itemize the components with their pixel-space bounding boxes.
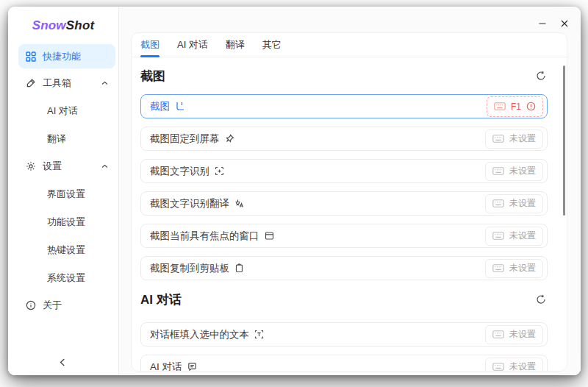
hotkey-value: F1 <box>511 102 521 112</box>
section-title: 截图 <box>140 68 165 85</box>
row-label-wrap: 截图文字识别 <box>150 165 224 178</box>
logo-shot: Shot <box>66 18 95 33</box>
row-label: 截图 <box>150 100 170 113</box>
sidebar-item-hotkey-settings[interactable]: 热键设置 <box>18 237 115 263</box>
sidebar: SnowShot 快捷功能 工具箱 <box>8 7 119 375</box>
minimize-button[interactable] <box>534 15 551 32</box>
hotkey-row-fill-selected-text[interactable]: 对话框填入选中的文本 <box>140 322 548 347</box>
hotkey-badge[interactable]: 未设置 <box>485 325 543 344</box>
sidebar-item-function-settings[interactable]: 功能设置 <box>18 209 115 235</box>
warning-circle-icon <box>526 102 536 111</box>
hotkey-row-ocr[interactable]: 截图文字识别 <box>140 159 548 183</box>
hotkey-rows-screenshot: 截图 <box>140 94 548 280</box>
pin-icon <box>225 134 234 143</box>
info-icon <box>26 300 36 310</box>
sidebar-item-ai-chat[interactable]: AI 对话 <box>18 98 115 124</box>
row-label: AI 对话 <box>150 361 182 372</box>
hotkey-placeholder: 未设置 <box>509 165 536 177</box>
sidebar-item-toolbox[interactable]: 工具箱 <box>18 71 115 96</box>
hotkey-badge[interactable]: 未设置 <box>485 162 543 181</box>
sidebar-item-about[interactable]: 关于 <box>18 293 115 317</box>
chat-icon <box>187 362 197 372</box>
keyboard-icon <box>492 232 504 240</box>
hotkey-placeholder: 未设置 <box>509 132 536 145</box>
tab-translate[interactable]: 翻译 <box>226 33 245 57</box>
row-label: 截图文字识别翻译 <box>150 197 229 210</box>
sidebar-item-label: 翻译 <box>47 132 66 146</box>
minimize-icon <box>538 19 547 28</box>
tab-other[interactable]: 其它 <box>262 33 282 57</box>
hotkey-badge[interactable]: 未设置 <box>485 227 543 246</box>
hotkey-settings-card: 截图 AI 对话 翻译 其它 截图 <box>131 32 567 372</box>
sidebar-item-label: 关于 <box>43 299 62 312</box>
hotkey-badge[interactable]: 未设置 <box>485 129 543 149</box>
sidebar-item-translate[interactable]: 翻译 <box>18 126 115 152</box>
sidebar-item-quick-functions[interactable]: 快捷功能 <box>18 44 115 68</box>
sidebar-item-settings[interactable]: 设置 <box>18 154 115 179</box>
window-icon <box>265 231 274 241</box>
tab-screenshot[interactable]: 截图 <box>140 33 159 57</box>
text-select-icon <box>254 330 264 339</box>
keyboard-icon <box>492 199 504 207</box>
snowshot-window: SnowShot 快捷功能 工具箱 <box>8 7 581 375</box>
sidebar-collapse-button[interactable] <box>57 355 68 369</box>
row-label: 截图当前具有焦点的窗口 <box>150 230 259 243</box>
keyboard-icon <box>492 330 504 338</box>
keyboard-icon <box>492 167 504 175</box>
crop-icon <box>175 102 184 111</box>
sidebar-item-label: 快捷功能 <box>43 50 81 63</box>
row-label-wrap: 截图当前具有焦点的窗口 <box>150 230 274 243</box>
vertical-scrollbar[interactable] <box>563 65 565 216</box>
hotkey-row-copy-clipboard[interactable]: 截图复制到剪贴板 <box>140 256 548 280</box>
keyboard-icon <box>494 102 506 110</box>
app-logo: SnowShot <box>8 7 118 44</box>
logo-snow: Snow <box>32 18 66 33</box>
hotkey-placeholder: 未设置 <box>509 328 536 341</box>
chevron-up-icon <box>101 81 108 85</box>
sidebar-item-interface-settings[interactable]: 界面设置 <box>18 181 115 207</box>
grid-icon <box>26 52 36 62</box>
sidebar-item-system-settings[interactable]: 系统设置 <box>18 265 115 291</box>
hotkey-badge[interactable]: 未设置 <box>485 358 543 372</box>
row-label-wrap: AI 对话 <box>150 361 197 372</box>
hotkey-row-focused-window[interactable]: 截图当前具有焦点的窗口 <box>140 224 548 248</box>
chevron-left-icon <box>60 358 65 366</box>
desktop-background: SnowShot 快捷功能 工具箱 <box>0 0 588 387</box>
tool-icon <box>26 78 36 88</box>
row-label-wrap: 对话框填入选中的文本 <box>150 328 264 341</box>
close-button[interactable] <box>556 15 573 32</box>
refresh-icon[interactable] <box>536 71 546 81</box>
hotkey-row-screenshot[interactable]: 截图 <box>140 94 548 118</box>
refresh-icon[interactable] <box>536 294 546 305</box>
tab-label: 其它 <box>262 38 282 52</box>
translate-icon <box>234 199 244 208</box>
close-icon <box>560 19 569 28</box>
hotkey-placeholder: 未设置 <box>509 361 536 372</box>
keyboard-icon <box>492 135 504 143</box>
hotkey-row-ai-chat[interactable]: AI 对话 <box>140 355 548 372</box>
row-label: 截图固定到屏幕 <box>150 132 220 146</box>
hotkey-badge[interactable]: 未设置 <box>485 259 543 278</box>
keyboard-icon <box>492 264 504 272</box>
sidebar-item-label: 系统设置 <box>47 271 85 285</box>
row-label-wrap: 截图固定到屏幕 <box>150 132 234 146</box>
sidebar-item-label: 热键设置 <box>47 244 85 257</box>
row-label-wrap: 截图 <box>150 100 184 113</box>
tab-ai-chat[interactable]: AI 对话 <box>177 33 208 57</box>
sidebar-item-label: 功能设置 <box>47 216 85 229</box>
hotkey-badge[interactable]: F1 <box>487 96 543 117</box>
hotkey-row-fix-to-screen[interactable]: 截图固定到屏幕 <box>140 127 548 151</box>
chevron-up-icon <box>101 164 108 168</box>
hotkey-badge[interactable]: 未设置 <box>485 194 543 213</box>
keyboard-icon <box>492 363 504 371</box>
hotkey-row-ocr-translate[interactable]: 截图文字识别翻译 <box>140 191 548 216</box>
main-panel: 截图 AI 对话 翻译 其它 截图 <box>119 7 581 375</box>
tab-label: 截图 <box>140 38 159 52</box>
tab-label: AI 对话 <box>177 38 208 52</box>
clipboard-icon <box>234 263 244 273</box>
sidebar-item-label: AI 对话 <box>47 104 78 118</box>
row-label: 截图复制到剪贴板 <box>150 262 229 275</box>
ocr-icon <box>215 166 224 176</box>
row-label: 对话框填入选中的文本 <box>150 328 249 341</box>
hotkey-placeholder: 未设置 <box>509 230 536 242</box>
